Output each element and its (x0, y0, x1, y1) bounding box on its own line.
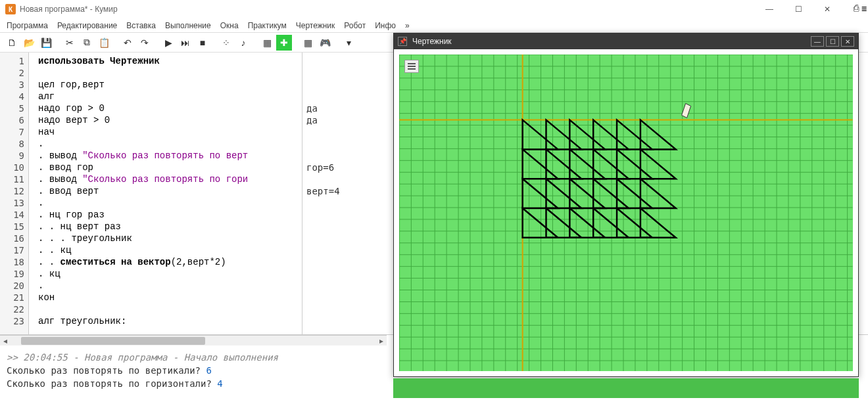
bottom-green-strip (393, 378, 859, 398)
menu-item-2[interactable]: Вставка (126, 21, 156, 30)
controller-icon[interactable]: 🎮 (317, 35, 333, 51)
drawer-close-button[interactable]: ✕ (841, 36, 854, 47)
menu-item-4[interactable]: Окна (220, 21, 239, 30)
maximize-button[interactable]: ☐ (784, 0, 813, 18)
drawer-titlebar[interactable]: 📌 Чертежник ― ☐ ✕ (394, 33, 858, 49)
dropdown-icon[interactable]: ▾ (341, 35, 356, 51)
pin-icon[interactable]: 📌 (398, 37, 407, 46)
line-gutter: 1234567891011121314151617181920212223 (0, 53, 29, 334)
breakpoint-icon[interactable]: ⁘ (218, 35, 234, 51)
grid2-icon[interactable]: ✚ (276, 35, 292, 51)
menu-item-5[interactable]: Практикум (248, 21, 287, 30)
drawer-minimize-button[interactable]: ― (811, 36, 824, 47)
drawer-title-text: Чертежник (412, 37, 452, 46)
horizontal-scrollbar[interactable]: ◂ ▸ (0, 335, 387, 345)
code-pane[interactable]: использовать Чертежник цел гор,верт алг … (29, 53, 302, 334)
scroll-right-arrow[interactable]: ▸ (376, 336, 387, 346)
paste-icon[interactable]: 📋 (96, 35, 112, 51)
watch-icon[interactable]: ♪ (235, 35, 251, 51)
save-file-icon[interactable]: 💾 (38, 35, 54, 51)
menu-item-8[interactable]: Инфо (375, 21, 396, 30)
cut-icon[interactable]: ✂ (62, 35, 78, 51)
menu-item-1[interactable]: Редактирование (57, 21, 117, 30)
stop-icon[interactable]: ■ (195, 35, 210, 51)
menu-item-6[interactable]: Чертежник (296, 21, 335, 30)
new-file-icon[interactable]: 🗋 (4, 35, 20, 51)
minimize-button[interactable]: ― (755, 0, 784, 18)
debug-margin: дадагор=6верт=4 (302, 53, 387, 334)
menu-item-0[interactable]: Программа (7, 21, 48, 30)
window-title: Новая программа* - Кумир (20, 5, 863, 14)
drawer-window[interactable]: 📌 Чертежник ― ☐ ✕ (393, 33, 859, 377)
copy-icon[interactable]: ⧉ (79, 35, 95, 51)
svg-marker-92 (682, 103, 691, 118)
step-icon[interactable]: ⏭ (178, 35, 193, 51)
drawing-grid (399, 55, 853, 371)
grid1-icon[interactable]: ▦ (259, 35, 275, 51)
grid3-icon[interactable]: ▦ (300, 35, 316, 51)
undo-icon[interactable]: ↶ (120, 35, 135, 51)
drawer-maximize-button[interactable]: ☐ (826, 36, 839, 47)
run-icon[interactable]: ▶ (160, 35, 176, 51)
menu-item-3[interactable]: Выполнение (165, 21, 211, 30)
canvas-menu-button[interactable] (404, 60, 419, 73)
overflow-icons: ⎙ ☰ (854, 3, 867, 13)
open-file-icon[interactable]: 📂 (21, 35, 37, 51)
scroll-thumb[interactable] (21, 337, 205, 345)
redo-icon[interactable]: ↷ (137, 35, 153, 51)
drawer-canvas[interactable] (399, 55, 853, 371)
menubar: ПрограммаРедактированиеВставкаВыполнение… (0, 18, 868, 33)
close-button[interactable]: ✕ (813, 0, 842, 18)
titlebar: К Новая программа* - Кумир ― ☐ ✕ ⎙ ☰ (0, 0, 868, 18)
menu-item-7[interactable]: Робот (344, 21, 366, 30)
scroll-left-arrow[interactable]: ◂ (0, 336, 11, 346)
app-icon: К (5, 4, 16, 14)
menu-item-9[interactable]: » (405, 21, 410, 30)
